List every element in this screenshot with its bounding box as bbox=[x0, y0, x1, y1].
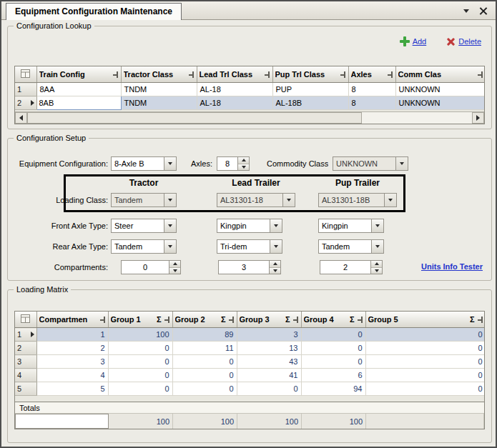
cell-comm-class[interactable]: UNKNOWN bbox=[395, 96, 485, 110]
pin-column-icon[interactable] bbox=[340, 71, 346, 78]
column-header-lead-trl-class[interactable]: Lead Trl Class bbox=[197, 66, 272, 83]
pin-column-icon[interactable] bbox=[358, 317, 363, 323]
compartments-pup-trailer-stepper[interactable]: 2 bbox=[320, 260, 383, 274]
cell-group-1[interactable]: 100 bbox=[108, 328, 172, 342]
column-header-axles[interactable]: Axles bbox=[348, 66, 395, 83]
scrollbar-track[interactable] bbox=[362, 112, 472, 124]
column-header-group-1[interactable]: Group 1Σ bbox=[108, 312, 172, 328]
units-info-tester-link[interactable]: Units Info Tester bbox=[421, 262, 483, 271]
cell-compartment[interactable]: 4 bbox=[36, 369, 108, 382]
spin-down-button[interactable] bbox=[270, 267, 280, 274]
cell-pup-trl-class[interactable]: PUP bbox=[272, 83, 348, 96]
pin-column-icon[interactable] bbox=[189, 71, 195, 78]
cell-tractor-class[interactable]: TNDM bbox=[121, 96, 197, 110]
row-selector[interactable]: 2 bbox=[15, 342, 36, 355]
add-link-label[interactable]: Add bbox=[413, 37, 427, 46]
rear-axle-tractor-select[interactable]: Tandem bbox=[111, 239, 177, 254]
column-header-group-2[interactable]: Group 2Σ bbox=[172, 312, 237, 328]
loading-class-tractor-select[interactable]: Tandem bbox=[111, 193, 177, 207]
sum-icon[interactable]: Σ bbox=[470, 315, 476, 324]
cell-lead-trl-class[interactable]: AL-18 bbox=[197, 83, 272, 96]
column-header-group-3[interactable]: Group 3Σ bbox=[237, 312, 301, 328]
dropdown-button[interactable] bbox=[371, 240, 383, 253]
column-header-tractor-class[interactable]: Tractor Class bbox=[121, 66, 197, 83]
cell-compartment[interactable]: 1 bbox=[36, 328, 108, 342]
cell-group-2[interactable]: 0 bbox=[172, 369, 237, 382]
delete-button[interactable]: Delete bbox=[446, 37, 481, 46]
cell-group-5[interactable]: 0 bbox=[365, 342, 485, 355]
sum-icon[interactable]: Σ bbox=[221, 315, 227, 324]
commodity-class-select[interactable]: UNKNOWN bbox=[333, 156, 408, 171]
pin-column-icon[interactable] bbox=[265, 71, 270, 78]
column-header-comm-class[interactable]: Comm Clas bbox=[395, 66, 485, 83]
column-header-group-4[interactable]: Group 4Σ bbox=[301, 312, 365, 328]
cell-tractor-class[interactable]: TNDM bbox=[121, 83, 197, 96]
spin-down-button[interactable] bbox=[169, 267, 180, 274]
row-selector[interactable]: 1 bbox=[15, 83, 36, 96]
horizontal-scrollbar[interactable] bbox=[15, 111, 484, 124]
cell-group-3[interactable]: 3 bbox=[237, 328, 301, 342]
compartments-lead-trailer-stepper[interactable]: 3 bbox=[218, 260, 281, 274]
cell-compartment[interactable]: 5 bbox=[36, 382, 108, 396]
row-selector[interactable]: 2 bbox=[15, 96, 36, 110]
cell-compartment[interactable]: 2 bbox=[36, 342, 108, 355]
cell-group-1[interactable]: 0 bbox=[108, 369, 172, 382]
cell-axles[interactable]: 8 bbox=[348, 96, 395, 110]
front-axle-lead-trailer-select[interactable]: Kingpin bbox=[217, 219, 282, 233]
cell-group-2[interactable]: 0 bbox=[172, 355, 237, 369]
cell-comm-class[interactable]: UNKNOWN bbox=[395, 83, 485, 96]
cell-group-4[interactable]: 6 bbox=[301, 369, 365, 382]
add-button[interactable]: Add bbox=[400, 36, 427, 46]
cell-group-5[interactable]: 0 bbox=[365, 328, 485, 342]
dropdown-button[interactable] bbox=[164, 157, 176, 170]
axles-stepper[interactable]: 8 bbox=[217, 156, 250, 171]
column-chooser-button[interactable] bbox=[15, 312, 36, 328]
cell-group-5[interactable]: 0 bbox=[365, 369, 485, 382]
sum-icon[interactable]: Σ bbox=[350, 315, 355, 324]
table-row[interactable]: 1 1 100 89 3 0 0 bbox=[15, 328, 485, 342]
spin-down-button[interactable] bbox=[371, 267, 382, 274]
column-chooser-button[interactable] bbox=[15, 66, 36, 83]
spin-up-button[interactable] bbox=[371, 261, 382, 267]
equipment-configuration-select[interactable]: 8-Axle B bbox=[111, 156, 177, 171]
cell-group-4[interactable]: 0 bbox=[301, 355, 365, 369]
cell-group-2[interactable]: 89 bbox=[172, 328, 237, 342]
pin-column-icon[interactable] bbox=[229, 317, 235, 323]
front-axle-pup-trailer-select[interactable]: Kingpin bbox=[318, 219, 384, 233]
pin-column-icon[interactable] bbox=[113, 71, 119, 78]
cell-pup-trl-class[interactable]: AL-18B bbox=[272, 96, 348, 110]
cell-group-4[interactable]: 0 bbox=[301, 328, 365, 342]
cell-group-3[interactable]: 41 bbox=[237, 369, 301, 382]
row-selector[interactable]: 1 bbox=[15, 328, 36, 342]
cell-group-3[interactable]: 43 bbox=[237, 355, 301, 369]
front-axle-tractor-select[interactable]: Steer bbox=[111, 219, 177, 233]
dropdown-button[interactable] bbox=[282, 194, 295, 206]
table-row[interactable]: 4 4 0 0 41 6 0 bbox=[15, 369, 485, 382]
cell-train-config[interactable]: 8AA bbox=[36, 83, 121, 96]
cell-group-4[interactable]: 94 bbox=[301, 382, 365, 396]
dropdown-button[interactable] bbox=[270, 240, 282, 253]
rear-axle-lead-trailer-select[interactable]: Tri-dem bbox=[217, 239, 282, 254]
train-config-cell-editor[interactable]: 8AB bbox=[36, 96, 121, 110]
cell-group-1[interactable]: 0 bbox=[108, 382, 172, 396]
pin-column-icon[interactable] bbox=[478, 317, 483, 323]
delete-link-label[interactable]: Delete bbox=[458, 37, 481, 46]
column-header-train-config[interactable]: Train Config bbox=[36, 66, 121, 83]
scrollbar-thumb[interactable] bbox=[27, 112, 362, 124]
pin-column-icon[interactable] bbox=[388, 71, 393, 78]
column-header-pup-trl-class[interactable]: Pup Trl Class bbox=[272, 66, 348, 83]
cell-group-5[interactable]: 0 bbox=[365, 382, 485, 396]
spin-down-button[interactable] bbox=[238, 164, 249, 171]
cell-group-4[interactable]: 0 bbox=[301, 342, 365, 355]
dropdown-button[interactable] bbox=[164, 240, 176, 253]
close-icon[interactable] bbox=[479, 7, 487, 15]
row-selector[interactable]: 5 bbox=[15, 382, 36, 396]
spin-up-button[interactable] bbox=[238, 157, 249, 164]
dropdown-button[interactable] bbox=[270, 219, 282, 232]
dropdown-button[interactable] bbox=[164, 219, 176, 232]
cell-group-1[interactable]: 0 bbox=[108, 355, 172, 369]
cell-group-2[interactable]: 11 bbox=[172, 342, 237, 355]
pin-column-icon[interactable] bbox=[164, 317, 170, 323]
dropdown-button[interactable] bbox=[384, 194, 396, 206]
spin-up-button[interactable] bbox=[270, 261, 280, 267]
